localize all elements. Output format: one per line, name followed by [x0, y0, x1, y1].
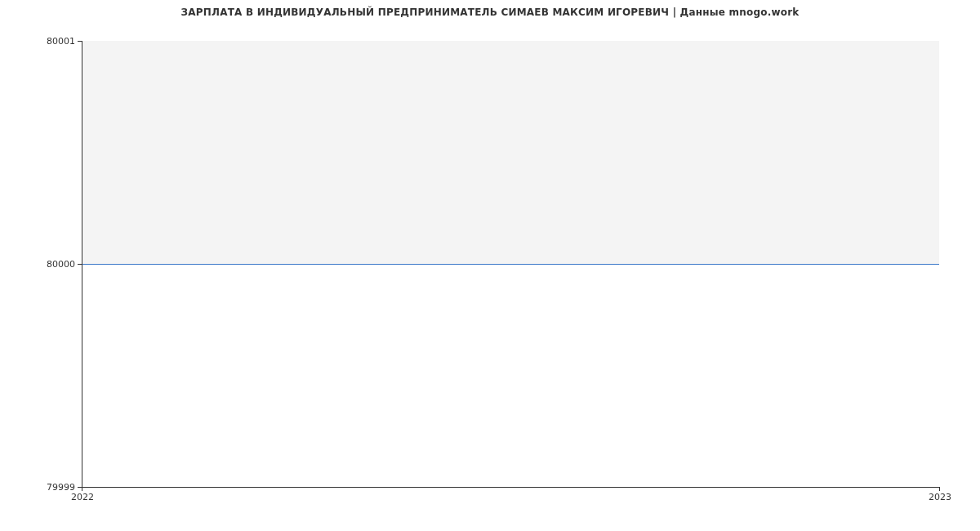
- chart-title: ЗАРПЛАТА В ИНДИВИДУАЛЬНЫЙ ПРЕДПРИНИМАТЕЛ…: [0, 7, 980, 18]
- y-tick: [78, 264, 82, 265]
- shaded-upper-band: [82, 41, 939, 264]
- x-tick: [82, 487, 82, 491]
- x-tick: [939, 487, 940, 491]
- y-axis: [82, 41, 82, 487]
- y-tick: [78, 41, 82, 42]
- y-tick-label: 79999: [26, 482, 75, 493]
- x-tick-label: 2022: [71, 492, 94, 502]
- salary-chart: ЗАРПЛАТА В ИНДИВИДУАЛЬНЫЙ ПРЕДПРИНИМАТЕЛ…: [0, 0, 980, 531]
- x-tick-label: 2023: [929, 492, 951, 502]
- series-line-salary: [82, 264, 939, 265]
- y-tick-label: 80001: [26, 36, 75, 47]
- x-axis: [82, 487, 939, 488]
- y-tick-label: 80000: [26, 259, 75, 270]
